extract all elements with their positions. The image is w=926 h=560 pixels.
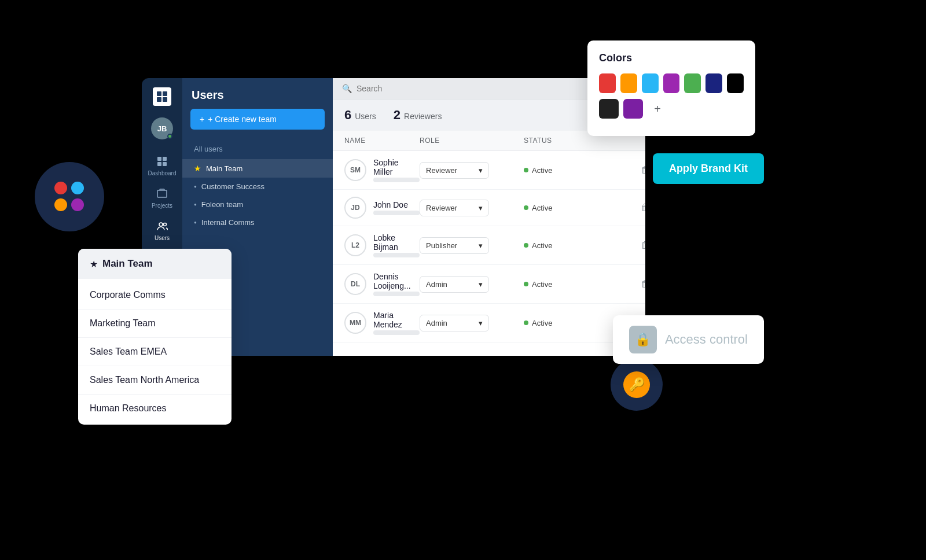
status-cell-lb: Active [524, 241, 628, 250]
color-swatch-red[interactable] [599, 73, 616, 93]
create-new-team-button[interactable]: + + Create new team [190, 109, 325, 130]
role-select-jd[interactable]: Reviewer ▾ [420, 200, 489, 216]
color-swatch-purple[interactable] [663, 73, 680, 93]
svg-rect-8 [157, 190, 167, 197]
users-label: Users [355, 112, 376, 121]
team-item-internal[interactable]: ● Internal Comms [182, 213, 333, 231]
svg-rect-4 [157, 157, 161, 161]
reviewers-count: 2 [394, 108, 400, 123]
team-label-main: Main Team [206, 164, 242, 173]
avatar-sm: SM [344, 159, 366, 181]
star-icon: ★ [194, 164, 201, 173]
user-avatar-sidebar[interactable]: JB [151, 117, 173, 139]
sidebar-item-projects[interactable]: Projects [142, 183, 182, 213]
logo-dots [54, 182, 84, 212]
user-sub-sm [373, 178, 420, 182]
dot-purple [71, 198, 84, 211]
status-dot-sm [524, 168, 528, 172]
app-logo-icon[interactable] [153, 87, 171, 106]
user-sub-dl [373, 292, 420, 296]
role-select-lb[interactable]: Publisher ▾ [420, 237, 489, 254]
status-dot-dl [524, 282, 528, 286]
access-control-card[interactable]: 🔒 Access control [613, 315, 764, 364]
bullet-icon: ● [194, 202, 197, 207]
role-cell-jd: Reviewer ▾ [420, 200, 524, 216]
color-swatch-orange[interactable] [620, 73, 637, 93]
delete-button-jd[interactable]: 🗑 [628, 202, 645, 213]
list-item[interactable]: Human Resources [78, 395, 232, 422]
color-swatch-black[interactable] [727, 73, 744, 93]
user-cell-jd: JD John Doe [344, 197, 420, 219]
user-name-jd: John Doe [373, 200, 420, 209]
apply-brand-kit-button[interactable]: Apply Brand Kit [653, 153, 764, 184]
status-cell-dl: Active [524, 280, 628, 289]
role-select-sm[interactable]: Reviewer ▾ [420, 162, 489, 179]
table-row: MM Maria Mendez Admin ▾ Active 🗑 [333, 304, 645, 342]
chevron-down-icon: ▾ [479, 319, 483, 327]
add-color-button[interactable]: + [648, 99, 667, 119]
users-count: 6 [344, 108, 351, 123]
color-swatch-purple2[interactable] [623, 99, 643, 119]
table-row: SM Sophie Miller Reviewer ▾ Active [333, 151, 645, 190]
user-info-lb: Lobke Bijman [373, 233, 420, 257]
status-dot-lb [524, 243, 528, 248]
user-name-sm: Sophie Miller [373, 158, 420, 176]
list-item[interactable]: Sales Team North America [78, 366, 232, 395]
list-item[interactable]: Corporate Comms [78, 281, 232, 310]
colors-row-2: + [599, 99, 744, 119]
svg-rect-3 [163, 97, 167, 102]
dot-red [54, 182, 67, 194]
color-swatch-green[interactable] [684, 73, 701, 93]
chevron-down-icon: ▾ [479, 241, 483, 250]
create-new-team-label: + Create new team [208, 115, 277, 124]
list-item[interactable]: Sales Team EMEA [78, 338, 232, 366]
users-table: Name Role Status SM Sophie Miller Review… [333, 131, 645, 356]
lock-circle: 🔑 [611, 359, 663, 411]
chevron-down-icon: ▾ [479, 204, 483, 212]
projects-label: Projects [152, 202, 172, 209]
status-dot-jd [524, 205, 528, 210]
team-list-card: ★ Main Team Corporate Comms Marketing Te… [78, 249, 232, 425]
team-item-foleon[interactable]: ● Foleon team [182, 196, 333, 213]
delete-button-sm[interactable]: 🗑 [628, 165, 645, 175]
users-label: Users [155, 235, 170, 241]
svg-point-9 [159, 223, 163, 226]
user-name-mm: Maria Mendez [373, 311, 420, 329]
delete-button-lb[interactable]: 🗑 [628, 240, 645, 250]
role-cell-sm: Reviewer ▾ [420, 162, 524, 179]
bullet-icon: ● [194, 184, 197, 189]
delete-button-dl[interactable]: 🗑 [628, 279, 645, 289]
user-name-dl: Dennis Looijeng... [373, 272, 420, 290]
list-item[interactable]: Marketing Team [78, 310, 232, 338]
users-icon [156, 220, 168, 233]
team-item-customer-success[interactable]: ● Customer Success [182, 178, 333, 196]
svg-rect-7 [163, 162, 167, 166]
user-info-mm: Maria Mendez [373, 311, 420, 335]
reviewers-stat: 2 Reviewers [394, 108, 442, 123]
all-users-item[interactable]: All users [182, 139, 333, 159]
color-swatch-navy[interactable] [705, 73, 722, 93]
header-role: Role [420, 137, 524, 145]
dot-blue [71, 182, 84, 194]
avatar-dl: DL [344, 273, 366, 295]
color-swatch-dark[interactable] [599, 99, 619, 119]
sidebar-item-dashboard[interactable]: Dashboard [142, 151, 182, 181]
online-indicator [167, 134, 172, 139]
lock-icon: 🔒 [629, 326, 657, 353]
role-cell-dl: Admin ▾ [420, 276, 524, 293]
bullet-icon: ● [194, 220, 197, 225]
header-name: Name [344, 137, 420, 145]
avatar-mm: MM [344, 312, 366, 334]
color-swatch-blue[interactable] [642, 73, 659, 93]
status-dot-mm [524, 320, 528, 325]
star-icon: ★ [90, 259, 98, 270]
team-item-main[interactable]: ★ Main Team [182, 159, 333, 178]
svg-rect-2 [157, 97, 161, 102]
role-select-mm[interactable]: Admin ▾ [420, 315, 489, 331]
role-select-dl[interactable]: Admin ▾ [420, 276, 489, 293]
lock-inner-icon: 🔑 [623, 371, 650, 398]
role-cell-mm: Admin ▾ [420, 315, 524, 331]
colors-title: Colors [599, 52, 744, 64]
sidebar-item-users[interactable]: Users [142, 216, 182, 246]
svg-point-10 [164, 223, 167, 226]
